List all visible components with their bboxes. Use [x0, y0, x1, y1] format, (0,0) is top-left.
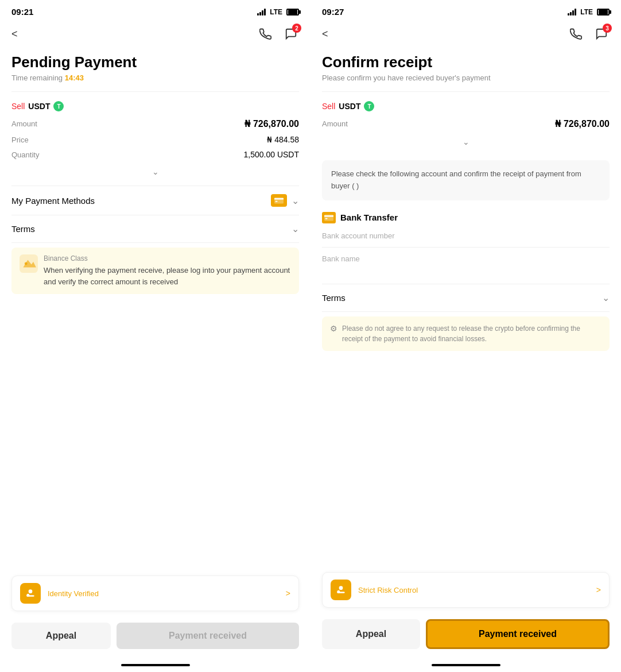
sell-text-1: Sell: [11, 102, 25, 111]
payment-received-button-1[interactable]: Payment received: [117, 623, 299, 649]
appeal-button-1[interactable]: Appeal: [11, 623, 111, 649]
screen-pending-payment: 09:21 LTE <: [0, 0, 310, 672]
amount-value-1: ₦ 726,870.00: [244, 118, 299, 129]
bank-transfer-icon: [322, 212, 336, 223]
home-indicator-1: [121, 664, 190, 666]
chat-badge-1: 2: [292, 24, 301, 33]
payment-method-icon: [271, 194, 287, 207]
notice-box-1: Binance Class When verifying the payment…: [11, 248, 299, 294]
status-icons-2: LTE: [568, 8, 610, 16]
screen-confirm-receipt: 09:27 LTE <: [310, 0, 621, 672]
page-title-1: Pending Payment: [11, 53, 299, 71]
svg-point-13: [337, 590, 340, 593]
payment-methods-label: My Payment Methods: [11, 196, 95, 206]
quantity-label-1: Quantity: [11, 150, 39, 159]
terms-row-1[interactable]: Terms ⌄: [0, 215, 310, 242]
terms-label-2: Terms: [322, 293, 346, 303]
phone-icon-1[interactable]: [258, 26, 274, 42]
terms-label-1: Terms: [11, 224, 35, 234]
nav-icons-1: 2: [258, 26, 299, 42]
warning-text: Please do not agree to any request to re…: [342, 323, 601, 344]
sell-label-row-1: Sell USDT T: [11, 101, 299, 111]
phone-icon-2[interactable]: [568, 26, 584, 42]
quantity-value-1: 1,500.00 USDT: [244, 150, 300, 159]
price-label-1: Price: [11, 136, 29, 144]
svg-point-11: [339, 586, 343, 590]
svg-point-5: [29, 589, 33, 593]
svg-point-7: [26, 594, 29, 597]
spacer-1: [0, 299, 310, 566]
banner-arrow-1: >: [286, 589, 290, 598]
back-button-2[interactable]: <: [322, 28, 328, 40]
terms-chevron-2: ⌄: [602, 292, 610, 303]
svg-rect-9: [324, 215, 333, 217]
price-value-1: ₦ 484.58: [267, 135, 299, 144]
amount-row-1: Amount ₦ 726,870.00: [11, 118, 299, 129]
notice-text-1: When verifying the payment receive, plea…: [44, 265, 291, 287]
svg-rect-1: [274, 198, 284, 199]
identity-banner-text: Identity Verified: [48, 589, 99, 598]
nav-header-2: < 3: [310, 21, 621, 49]
nav-header-1: < 2: [0, 21, 310, 49]
page-title-2: Confirm receipt: [322, 53, 610, 71]
status-time-1: 09:21: [11, 7, 33, 17]
risk-icon: [331, 580, 351, 600]
amount-row-2: Amount ₦ 726,870.00: [322, 118, 610, 129]
home-indicator-2: [432, 664, 500, 666]
status-bar-2: 09:27 LTE: [310, 0, 621, 21]
risk-banner-text: Strict Risk Control: [358, 586, 418, 594]
identity-banner[interactable]: Identity Verified >: [11, 576, 299, 611]
sell-label-row-2: Sell USDT T: [322, 101, 610, 111]
bank-transfer-label: Bank Transfer: [340, 213, 398, 222]
nav-icons-2: 3: [568, 26, 610, 42]
risk-banner[interactable]: Strict Risk Control >: [322, 572, 610, 608]
sell-text-2: Sell: [322, 102, 335, 111]
appeal-button-2[interactable]: Appeal: [322, 619, 420, 649]
amount-label-2: Amount: [322, 119, 348, 128]
payment-methods-row[interactable]: My Payment Methods ⌄: [0, 186, 310, 215]
expand-chevron-2[interactable]: ⌄: [322, 135, 610, 149]
chevron-icon-payment: ⌄: [292, 195, 299, 206]
info-box-text: Please check the following account and c…: [331, 168, 600, 192]
battery-icon-1: [286, 9, 299, 16]
svg-point-4: [25, 262, 28, 265]
identity-icon: [20, 583, 41, 604]
status-icons-1: LTE: [257, 8, 299, 16]
usdt-text-1: USDT: [28, 102, 50, 111]
notice-icon-1: [20, 254, 38, 276]
page-subtitle-2: Please confirm you have recieved buyer's…: [322, 74, 610, 82]
usdt-icon-2: T: [364, 101, 374, 111]
back-button-1[interactable]: <: [11, 28, 18, 40]
time-remaining-row: Time remaining 14:43: [11, 74, 299, 82]
bottom-buttons-2: Appeal Payment received: [310, 612, 621, 661]
payment-received-button-2[interactable]: Payment received: [426, 619, 610, 649]
page-title-section-1: Pending Payment Time remaining 14:43: [0, 49, 310, 91]
expand-chevron-1[interactable]: ⌄: [11, 165, 299, 179]
lte-text-2: LTE: [580, 8, 593, 16]
banner-arrow-2: >: [596, 585, 601, 594]
status-time-2: 09:27: [322, 7, 344, 17]
bottom-buttons-1: Appeal Payment received: [0, 616, 310, 661]
chat-badge-2: 3: [603, 24, 612, 33]
price-row-1: Price ₦ 484.58: [11, 135, 299, 144]
time-remaining-label: Time remaining: [11, 74, 63, 82]
bank-name-field: Bank name: [322, 254, 610, 270]
divider-4: [11, 242, 299, 243]
battery-icon-2: [597, 9, 610, 16]
bank-header: Bank Transfer: [322, 212, 610, 223]
warning-icon: ⚙: [330, 324, 337, 344]
amount-label-1: Amount: [11, 119, 37, 128]
terms-row-2[interactable]: Terms ⌄: [310, 284, 621, 311]
notice-content-1: Binance Class When verifying the payment…: [44, 254, 291, 287]
chat-icon-1[interactable]: 2: [283, 26, 299, 42]
usdt-icon-1: T: [53, 101, 64, 111]
chat-icon-2[interactable]: 3: [593, 26, 610, 42]
svg-rect-2: [275, 201, 278, 202]
signal-icon-2: [568, 9, 576, 16]
payment-methods-right: ⌄: [271, 194, 299, 207]
sell-section-2: Sell USDT T Amount ₦ 726,870.00 ⌄: [310, 92, 621, 156]
signal-icon-1: [257, 9, 266, 16]
status-bar-1: 09:21 LTE: [0, 0, 310, 21]
lte-text-1: LTE: [270, 8, 282, 16]
notice-title-1: Binance Class: [44, 254, 291, 262]
